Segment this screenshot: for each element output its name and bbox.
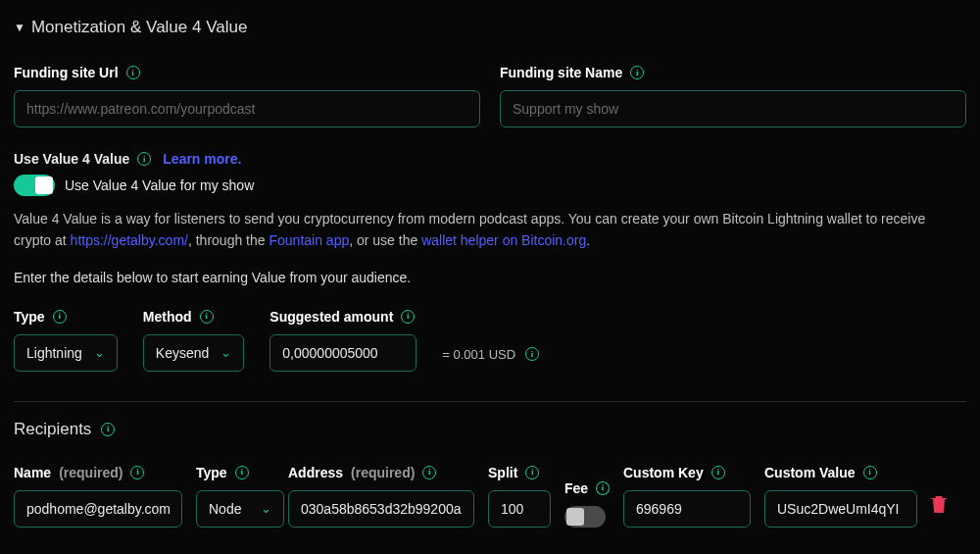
recipient-fee-label: Fee	[564, 480, 588, 496]
v4v-instruction: Enter the details below to start earning…	[14, 270, 966, 285]
learn-more-link[interactable]: Learn more.	[163, 151, 241, 167]
usd-equivalent: = 0.001 USD	[442, 347, 515, 362]
recipient-cval-label: Custom Value	[764, 465, 856, 480]
info-icon[interactable]: i	[130, 466, 144, 479]
funding-url-input[interactable]	[14, 90, 480, 127]
recipient-row: Name (required) i Type i Node ⌄ Address …	[14, 465, 966, 528]
recipient-ckey-input[interactable]	[623, 490, 751, 528]
funding-url-label: Funding site Url	[14, 65, 119, 80]
info-icon[interactable]: i	[126, 66, 140, 79]
info-icon[interactable]: i	[863, 466, 877, 479]
info-icon[interactable]: i	[235, 466, 249, 479]
type-select[interactable]: Lightning ⌄	[14, 334, 118, 372]
recipient-name-label: Name	[14, 465, 51, 480]
chevron-down-icon: ⌄	[261, 501, 271, 516]
recipient-type-select[interactable]: Node ⌄	[196, 490, 284, 528]
info-icon[interactable]: i	[711, 466, 725, 479]
recipient-address-input[interactable]	[288, 490, 474, 528]
funding-name-input[interactable]	[500, 90, 966, 127]
chevron-down-icon: ⌄	[220, 345, 231, 360]
delete-recipient-button[interactable]	[931, 495, 947, 528]
section-header[interactable]: ▼ Monetization & Value 4 Value	[14, 18, 966, 37]
getalby-link[interactable]: https://getalby.com/	[71, 232, 188, 248]
suggested-amount-input[interactable]	[270, 334, 416, 372]
recipient-cval-input[interactable]	[764, 490, 917, 528]
v4v-description: Value 4 Value is a way for listeners to …	[14, 208, 966, 252]
recipient-address-label: Address	[288, 465, 343, 480]
info-icon[interactable]: i	[422, 466, 436, 479]
recipient-type-label: Type	[196, 465, 227, 480]
info-icon[interactable]: i	[525, 347, 539, 361]
divider	[14, 401, 966, 402]
recipient-ckey-label: Custom Key	[623, 465, 704, 480]
info-icon[interactable]: i	[596, 481, 610, 495]
recipient-split-input[interactable]	[488, 490, 551, 528]
v4v-toggle-label: Use Value 4 Value for my show	[65, 177, 254, 193]
v4v-label: Use Value 4 Value	[14, 151, 129, 167]
type-value: Lightning	[26, 345, 82, 361]
section-title: Monetization & Value 4 Value	[31, 18, 248, 37]
recipient-fee-toggle[interactable]	[564, 506, 606, 528]
info-icon[interactable]: i	[53, 310, 67, 324]
suggested-amount-label: Suggested amount	[270, 309, 393, 325]
recipient-type-value: Node	[209, 501, 241, 517]
info-icon[interactable]: i	[525, 466, 539, 479]
recipients-heading: Recipients	[14, 420, 91, 439]
method-label: Method	[143, 309, 192, 325]
v4v-toggle[interactable]	[14, 175, 55, 196]
method-value: Keysend	[156, 345, 209, 361]
method-select[interactable]: Keysend ⌄	[143, 334, 244, 372]
collapse-triangle-icon: ▼	[14, 21, 25, 34]
funding-name-label: Funding site Name	[500, 65, 622, 80]
chevron-down-icon: ⌄	[94, 345, 105, 360]
info-icon[interactable]: i	[101, 423, 115, 436]
trash-icon	[931, 495, 947, 513]
fountain-link[interactable]: Fountain app	[269, 232, 349, 248]
info-icon[interactable]: i	[401, 310, 415, 324]
info-icon[interactable]: i	[137, 152, 151, 166]
info-icon[interactable]: i	[200, 310, 214, 324]
info-icon[interactable]: i	[630, 66, 644, 79]
recipient-split-label: Split	[488, 465, 517, 480]
bitcoin-helper-link[interactable]: wallet helper on Bitcoin.org	[421, 232, 586, 248]
type-label: Type	[14, 309, 45, 325]
recipient-name-input[interactable]	[14, 490, 182, 528]
